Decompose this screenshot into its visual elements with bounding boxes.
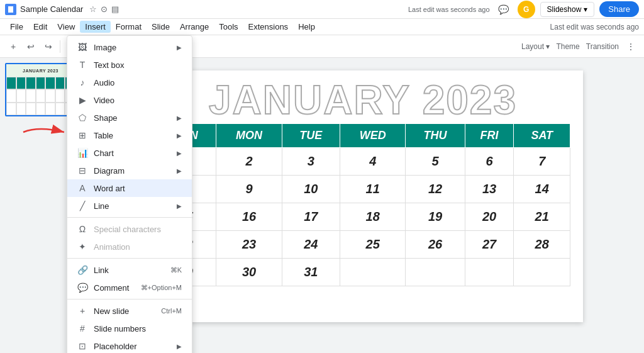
menu-format[interactable]: Format: [111, 21, 147, 33]
textbox-icon: T: [77, 60, 87, 70]
calendar-cell: 13: [465, 176, 514, 203]
dropdown-item-line[interactable]: ╱Line▶: [67, 197, 192, 215]
dropdown-item-specialchars: ΩSpecial characters: [67, 220, 192, 238]
chart-icon: 📊: [77, 148, 87, 158]
slides-icon: [5, 4, 16, 15]
calendar-cell: 18: [340, 203, 405, 231]
dropdown-item-shape[interactable]: ⬠Shape▶: [67, 109, 192, 126]
menu-insert[interactable]: Insert: [80, 21, 111, 33]
calendar-cell: 6: [465, 148, 514, 176]
toolbar-divider-1: [60, 40, 60, 53]
calendar-week-row: 1234567: [156, 148, 570, 176]
menu-tools[interactable]: Tools: [214, 21, 243, 33]
thumb-cell: [6, 103, 16, 115]
toolbar-add[interactable]: +: [5, 38, 21, 55]
menu-extensions[interactable]: Extensions: [243, 21, 294, 33]
calendar-cell: 24: [282, 231, 340, 259]
chart-submenu-arrow: ▶: [177, 150, 182, 157]
menu-view[interactable]: View: [52, 21, 80, 33]
dropdown-item-placeholder[interactable]: ⊡Placeholder▶: [67, 337, 192, 353]
dropdown-item-diagram[interactable]: ⊟Diagram▶: [67, 162, 192, 179]
thumb-cell: [55, 103, 65, 115]
video-icon: ▶: [77, 95, 87, 105]
dropdown-item-link[interactable]: 🔗Link⌘K: [67, 261, 192, 279]
menu-slide[interactable]: Slide: [147, 21, 175, 33]
calendar-cell: 30: [216, 259, 282, 286]
link-label: Link: [94, 266, 164, 275]
dropdown-item-audio[interactable]: ♪Audio: [67, 74, 192, 91]
dropdown-item-textbox[interactable]: TText box: [67, 56, 192, 74]
dropdown-item-video[interactable]: ▶Video: [67, 91, 192, 109]
dropdown-item-slidenumbers[interactable]: #Slide numbers: [67, 320, 192, 337]
diagram-submenu-arrow: ▶: [177, 167, 182, 174]
thumb-cell: [26, 77, 36, 89]
drive-icon[interactable]: ⊙: [101, 4, 108, 14]
dropdown-item-comment[interactable]: 💬Comment⌘+Option+M: [67, 279, 192, 296]
avatar[interactable]: G: [518, 1, 535, 18]
last-edit-menubar: Last edit was seconds ago: [550, 23, 639, 31]
last-edit-text: Last edit was seconds ago: [408, 6, 490, 13]
image-icon: 🖼: [77, 42, 87, 52]
toolbar-theme[interactable]: Theme: [553, 41, 582, 52]
toolbar-undo[interactable]: ↩: [23, 38, 39, 55]
calendar-week-row: 15161718192021: [156, 203, 570, 231]
calendar-header-row: SUNMONTUEWEDTHUFRISAT: [156, 124, 570, 148]
menu-bar: File Edit View Insert Format Slide Arran…: [0, 19, 644, 35]
calendar-cell: 16: [216, 203, 282, 231]
slide-content: JANUARY 2023 SUNMONTUEWEDTHUFRISAT 12345…: [143, 70, 583, 322]
calendar-day-header: SAT: [514, 124, 570, 148]
shape-icon: ⬠: [77, 113, 87, 123]
slideshow-label: Slideshow: [547, 5, 582, 14]
menu-edit[interactable]: Edit: [28, 21, 52, 33]
calendar-cell: 17: [282, 203, 340, 231]
specialchars-icon: Ω: [77, 224, 87, 234]
slidenumbers-label: Slide numbers: [94, 324, 182, 333]
menu-help[interactable]: Help: [293, 21, 320, 33]
slideshow-button[interactable]: Slideshow ▾: [540, 2, 595, 17]
docs-icon[interactable]: ▤: [111, 4, 119, 14]
slideshow-dropdown-icon[interactable]: ▾: [584, 5, 587, 14]
calendar-cell: [406, 259, 465, 286]
star-icon[interactable]: ☆: [89, 4, 97, 14]
calendar-cell: 23: [216, 231, 282, 259]
calendar-cell: 3: [282, 148, 340, 176]
toolbar-redo[interactable]: ↪: [40, 38, 57, 55]
thumb-cell: [6, 89, 16, 102]
dropdown-item-wordart[interactable]: AWord art: [67, 179, 192, 197]
thumb-cell: [55, 89, 65, 102]
share-button[interactable]: Share: [599, 1, 639, 17]
comment-icon: 💬: [77, 283, 87, 293]
table-icon: ⊞: [77, 130, 87, 140]
animation-label: Animation: [94, 242, 182, 252]
dropdown-divider: [67, 299, 192, 300]
calendar-cell: 11: [340, 176, 405, 203]
thumb-cell: [16, 89, 26, 102]
toolbar-more[interactable]: ⋮: [623, 38, 639, 55]
newslide-shortcut: Ctrl+M: [161, 307, 182, 315]
calendar-week-row: 22232425262728: [156, 231, 570, 259]
toolbar-layout[interactable]: Layout ▾: [519, 41, 552, 52]
menu-arrange[interactable]: Arrange: [175, 21, 214, 33]
calendar-cell: [340, 259, 405, 286]
menu-file[interactable]: File: [5, 21, 28, 33]
calendar-cell: 21: [514, 203, 570, 231]
slide-thumbnail-1[interactable]: JANUARY 2023: [5, 63, 76, 116]
toolbar-transition[interactable]: Transition: [584, 41, 621, 52]
dropdown-divider: [67, 217, 192, 218]
document-title[interactable]: Sample Calendar: [20, 4, 83, 14]
calendar-cell: 31: [282, 259, 340, 286]
dropdown-item-table[interactable]: ⊞Table▶: [67, 126, 192, 144]
thumb-cell: [36, 77, 46, 89]
dropdown-item-chart[interactable]: 📊Chart▶: [67, 144, 192, 162]
textbox-label: Text box: [94, 60, 182, 70]
dropdown-item-newslide[interactable]: +New slideCtrl+M: [67, 302, 192, 320]
calendar-cell: 20: [465, 203, 514, 231]
slidenumbers-icon: #: [77, 323, 87, 333]
shape-label: Shape: [94, 113, 170, 123]
thumb-title: JANUARY 2023: [23, 69, 58, 73]
chat-icon[interactable]: 💬: [495, 1, 513, 18]
calendar-cell: 12: [406, 176, 465, 203]
calendar-cell: 9: [216, 176, 282, 203]
calendar-day-header: TUE: [282, 124, 340, 148]
dropdown-item-image[interactable]: 🖼Image▶: [67, 38, 192, 56]
